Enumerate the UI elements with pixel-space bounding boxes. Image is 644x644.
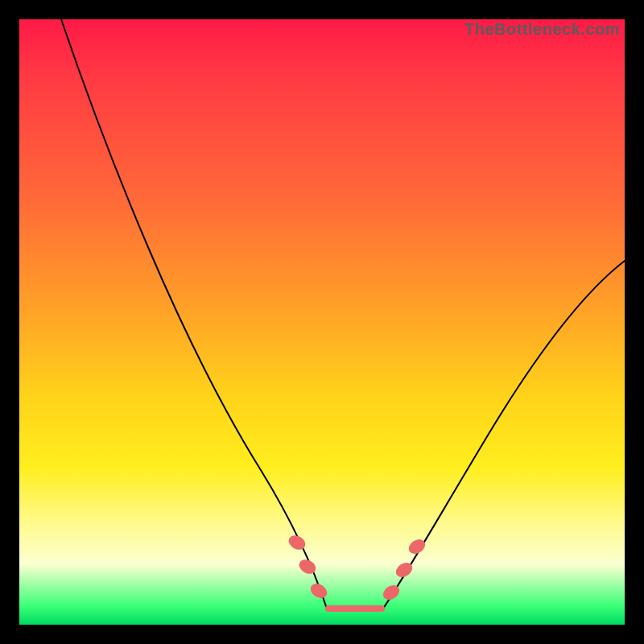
curve-layer: [19, 19, 625, 625]
chart-frame: TheBottleneck.com: [0, 0, 644, 644]
curve-right-arm: [383, 261, 625, 609]
curve-left-arm: [61, 19, 327, 609]
plot-area: TheBottleneck.com: [19, 19, 625, 625]
bead-group: [286, 533, 427, 603]
